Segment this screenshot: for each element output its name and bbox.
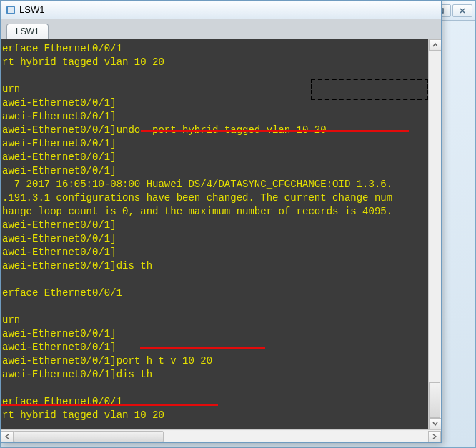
terminal-line: awei-Ethernet0/0/1] [2,246,441,259]
terminal-tabstrip: LSW1 [1,19,441,39]
terminal-line: awei-Ethernet0/0/1]dis th [2,259,441,273]
terminal-line: rt hybrid tagged vlan 10 20 [2,409,441,422]
terminal-line [2,382,441,395]
scroll-up-button[interactable] [429,39,441,51]
scroll-track-horizontal[interactable] [14,431,428,442]
terminal-line: awei-Ethernet0/0/1]dis th [2,368,441,382]
window-close-button[interactable] [452,4,472,17]
terminal-line: erface Ethernet0/0/1 [2,42,441,56]
scroll-down-button[interactable] [429,418,441,429]
terminal-line [2,273,441,287]
terminal-line: awei-Ethernet0/0/1] [2,110,441,124]
selection-marquee [311,79,429,100]
scroll-thumb-horizontal[interactable] [14,431,164,442]
scroll-right-button[interactable] [428,431,441,442]
terminal-line: awei-Ethernet0/0/1] [2,327,441,341]
terminal-line: awei-Ethernet0/0/1] [2,164,441,178]
terminal-line: 7 2017 16:05:10-08:00 Huawei DS/4/DATASY… [2,178,441,191]
chevron-up-icon [432,42,438,48]
terminal-title: LSW1 [19,4,44,15]
close-icon [459,7,466,14]
scroll-track-vertical[interactable] [429,51,441,418]
terminal-tab-label: LSW1 [16,26,39,36]
terminal-window: LSW1 LSW1 erface Ethernet0/0/1rt hybrid … [0,0,442,443]
terminal-output[interactable]: erface Ethernet0/0/1rt hybrid tagged vla… [1,39,441,429]
highlight-underline [140,347,265,349]
terminal-line [2,300,441,314]
terminal-line: awei-Ethernet0/0/1] [2,151,441,164]
terminal-app-icon [5,4,16,16]
terminal-line: awei-Ethernet0/0/1] [2,232,441,246]
terminal-line: erface Ethernet0/0/1 [2,395,441,409]
svg-rect-5 [8,7,14,13]
chevron-down-icon [432,421,438,427]
terminal-titlebar[interactable]: LSW1 [1,1,441,19]
terminal-line: urn [2,314,441,327]
terminal-line: awei-Ethernet0/0/1]port h t v 10 20 [2,354,441,368]
chevron-left-icon [4,434,10,439]
scrollbar-horizontal[interactable] [1,429,441,442]
terminal-line: awei-Ethernet0/0/1] [2,137,441,151]
terminal-line: hange loop count is 0, and the maximum n… [2,205,441,219]
terminal-line: awei-Ethernet0/0/1] [2,219,441,232]
chevron-right-icon [432,434,437,439]
terminal-line: rt hybrid tagged vlan 10 20 [2,56,441,69]
scroll-left-button[interactable] [1,431,14,442]
highlight-underline [1,404,218,406]
terminal-line [2,422,441,429]
terminal-line: erface Ethernet0/0/1 [2,287,441,300]
highlight-underline [141,130,409,132]
terminal-tab-lsw1[interactable]: LSW1 [6,24,49,39]
scroll-thumb-vertical[interactable] [429,382,440,418]
terminal-line: .191.3.1 configurations have been change… [2,191,441,205]
scrollbar-vertical[interactable] [428,39,441,429]
